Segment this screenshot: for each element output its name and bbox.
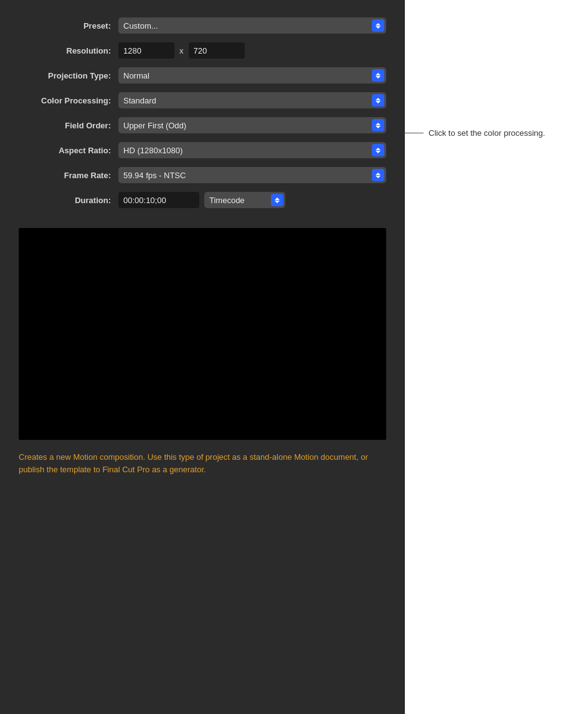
field-order-select-wrapper: Upper First (Odd)Lower First (Even)None … [118,117,386,133]
callout-text: Click to set the color processing. [429,128,545,139]
resolution-label: Resolution: [19,46,118,55]
preset-row: Preset: Custom...Broadcast HD 1080Broadc… [19,17,386,34]
projection-row: Projection Type: Normal360°VR [19,67,386,83]
callout-line-horizontal [405,133,424,133]
preview-area [19,228,386,440]
field-order-label: Field Order: [19,121,118,130]
form-section: Preset: Custom...Broadcast HD 1080Broadc… [0,17,405,217]
resolution-separator: x [179,46,184,55]
frame-rate-row: Frame Rate: 59.94 fps - NTSC29.97 fps - … [19,167,386,183]
preset-select-wrapper: Custom...Broadcast HD 1080Broadcast HD 7… [118,17,386,34]
duration-row: Duration: TimecodeFramesSeconds [19,192,386,208]
duration-control: TimecodeFramesSeconds [118,192,386,208]
projection-control: Normal360°VR [118,67,386,83]
projection-select[interactable]: Normal360°VR [118,67,386,83]
duration-wrapper: TimecodeFramesSeconds [118,192,285,208]
projection-select-wrapper: Normal360°VR [118,67,386,83]
description-text: Creates a new Motion composition. Use th… [19,451,386,475]
aspect-ratio-control: HD (1280x1080)NTSC (4:3)NTSC (16:9)PAL (… [118,142,386,158]
projection-label: Projection Type: [19,71,118,80]
color-processing-label: Color Processing: [19,96,118,105]
frame-rate-select[interactable]: 59.94 fps - NTSC29.97 fps - NTSC23.98 fp… [118,167,386,183]
aspect-ratio-select-wrapper: HD (1280x1080)NTSC (4:3)NTSC (16:9)PAL (… [118,142,386,158]
timecode-select[interactable]: TimecodeFramesSeconds [204,192,285,208]
callout: Click to set the color processing. [405,128,545,139]
timecode-select-wrapper: TimecodeFramesSeconds [204,192,285,208]
color-processing-select[interactable]: StandardWide GamutHDR [118,92,386,108]
aspect-ratio-row: Aspect Ratio: HD (1280x1080)NTSC (4:3)NT… [19,142,386,158]
duration-input[interactable] [118,192,199,208]
field-order-control: Upper First (Odd)Lower First (Even)None … [118,117,386,133]
color-processing-row: Color Processing: StandardWide GamutHDR [19,92,386,108]
frame-rate-select-wrapper: 59.94 fps - NTSC29.97 fps - NTSC23.98 fp… [118,167,386,183]
aspect-ratio-select[interactable]: HD (1280x1080)NTSC (4:3)NTSC (16:9)PAL (… [118,142,386,158]
right-panel: Click to set the color processing. [405,0,588,714]
resolution-height-input[interactable] [189,42,245,59]
preset-select[interactable]: Custom...Broadcast HD 1080Broadcast HD 7… [118,17,386,34]
aspect-ratio-label: Aspect Ratio: [19,146,118,155]
frame-rate-label: Frame Rate: [19,171,118,180]
resolution-control: x [118,42,386,59]
preset-label: Preset: [19,21,118,31]
resolution-wrapper: x [118,42,245,59]
field-order-select[interactable]: Upper First (Odd)Lower First (Even)None … [118,117,386,133]
left-panel: Preset: Custom...Broadcast HD 1080Broadc… [0,0,405,714]
resolution-width-input[interactable] [118,42,174,59]
field-order-row: Field Order: Upper First (Odd)Lower Firs… [19,117,386,133]
color-processing-control: StandardWide GamutHDR [118,92,386,108]
frame-rate-control: 59.94 fps - NTSC29.97 fps - NTSC23.98 fp… [118,167,386,183]
duration-label: Duration: [19,196,118,205]
color-processing-select-wrapper: StandardWide GamutHDR [118,92,386,108]
preset-control: Custom...Broadcast HD 1080Broadcast HD 7… [118,17,386,34]
resolution-row: Resolution: x [19,42,386,59]
